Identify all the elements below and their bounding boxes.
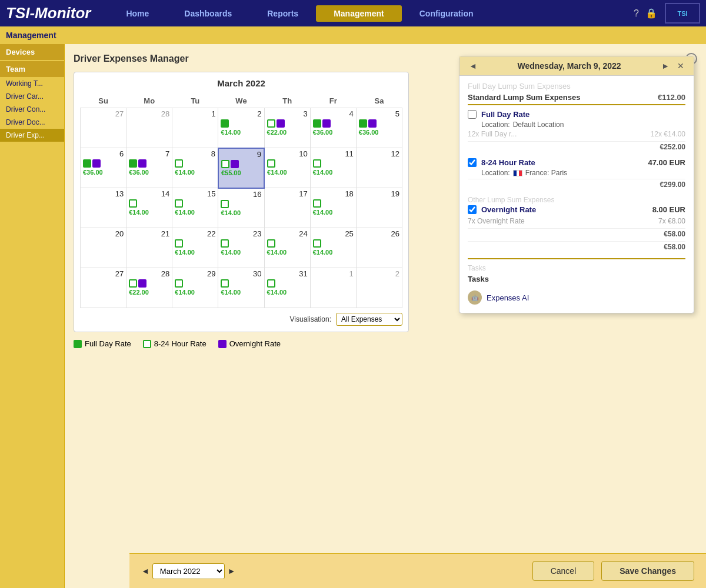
day-number: 20 (83, 229, 124, 238)
expense-value-overnight: 8.00 EUR (652, 205, 685, 214)
calendar-day-1-5[interactable]: 11€14.00 (310, 148, 356, 188)
tasks-title: Tasks (468, 275, 685, 283)
legend-label-overnight: Overnight Rate (229, 339, 281, 348)
day-icon-green-outline (313, 199, 321, 208)
popup-close-btn[interactable]: ✕ (675, 61, 687, 71)
day-number: 6 (83, 149, 124, 158)
help-icon[interactable]: ? (632, 6, 641, 21)
calendar-day-1-2[interactable]: 8€14.00 (172, 148, 218, 188)
day-icons (267, 279, 308, 288)
day-icon-green-outline (175, 199, 183, 208)
calendar-day-3-6[interactable]: 26 (356, 228, 402, 268)
calendar-day-3-4[interactable]: 24€14.00 (264, 228, 310, 268)
nav-dashboards[interactable]: Dashboards (166, 5, 249, 22)
popup-next-btn[interactable]: ► (659, 61, 672, 71)
calendar-day-3-0[interactable]: 20 (81, 228, 126, 268)
expense-checkbox-8-24[interactable] (468, 158, 477, 167)
calendar-day-4-1[interactable]: 28€22.00 (126, 268, 172, 308)
day-icon-green-outline (221, 279, 229, 288)
sidebar: Devices Team Working T... Driver Car... … (0, 44, 65, 588)
expense-checkbox-overnight[interactable] (468, 205, 477, 214)
popup-prev-btn[interactable]: ◄ (467, 61, 479, 71)
nav-home[interactable]: Home (108, 5, 166, 22)
calendar-day-0-1[interactable]: 28 (126, 108, 172, 148)
day-number: 26 (359, 229, 399, 238)
nav-configuration[interactable]: Configuration (402, 5, 491, 22)
sidebar-item-driver-con[interactable]: Driver Con... (0, 103, 64, 116)
calendar-day-3-3[interactable]: 23€14.00 (218, 228, 264, 268)
day-number: 2 (359, 269, 399, 278)
month-next-btn[interactable]: ► (228, 566, 236, 576)
calendar-day-3-1[interactable]: 21 (126, 228, 172, 268)
legend-overnight: Overnight Rate (218, 339, 281, 348)
calendar-day-4-6[interactable]: 2 (356, 268, 402, 308)
calendar-day-0-2[interactable]: 1 (172, 108, 218, 148)
calendar-day-2-0[interactable]: 13 (81, 188, 126, 228)
lock-icon[interactable]: 🔒 (644, 6, 659, 21)
calendar-day-4-4[interactable]: 31€14.00 (264, 268, 310, 308)
legend-8-24: 8-24 Hour Rate (143, 339, 207, 348)
calendar-day-2-1[interactable]: 14€14.00 (126, 188, 172, 228)
location-value-fullday: Default Location (513, 121, 564, 129)
day-icons (175, 199, 215, 208)
day-number: 2 (221, 109, 261, 118)
calendar-container: March 2022 Su Mo Tu We Th Fr Sa 272812€1… (74, 72, 409, 332)
location-label: Location: (481, 121, 510, 129)
calendar-day-3-5[interactable]: 25€14.00 (310, 228, 356, 268)
month-prev-btn[interactable]: ◄ (141, 566, 149, 576)
calendar-day-0-0[interactable]: 27 (81, 108, 126, 148)
nav-management[interactable]: Management (316, 5, 402, 22)
flag-fr-icon (513, 170, 522, 176)
calendar-day-4-5[interactable]: 1 (310, 268, 356, 308)
expense-value-8-24: 47.00 EUR (648, 158, 685, 167)
day-amount: €14.00 (175, 289, 215, 296)
sidebar-item-working-times[interactable]: Working T... (0, 77, 64, 90)
sub-total-value-overnight-2: €58.00 (664, 243, 685, 251)
expense-check-8-24: 8-24 Hour Rate 47.00 EUR (468, 158, 685, 167)
tasks-item-expenses-ai[interactable]: 🤖 Expenses AI (468, 288, 685, 307)
calendar-day-2-4[interactable]: 17 (264, 188, 310, 228)
calendar-day-0-3[interactable]: 2€14.00 (218, 108, 264, 148)
legend-label-8-24: 8-24 Hour Rate (154, 339, 207, 348)
calendar-day-4-0[interactable]: 27 (81, 268, 126, 308)
calendar-day-4-2[interactable]: 29€14.00 (172, 268, 218, 308)
cancel-button[interactable]: Cancel (532, 561, 595, 581)
calendar-day-1-0[interactable]: 6€36.00 (81, 148, 126, 188)
calendar-day-2-5[interactable]: 18€14.00 (310, 188, 356, 228)
nav-reports[interactable]: Reports (249, 5, 316, 22)
expense-row-8-24: 8-24 Hour Rate 47.00 EUR Location: Franc… (468, 158, 685, 190)
legend: Full Day Rate 8-24 Hour Rate Overnight R… (74, 339, 697, 348)
day-icons (221, 119, 261, 128)
sidebar-heading-devices[interactable]: Devices (0, 44, 64, 60)
sidebar-item-driver-car[interactable]: Driver Car... (0, 90, 64, 103)
calendar-day-0-5[interactable]: 4€36.00 (310, 108, 356, 148)
calendar-day-2-2[interactable]: 15€14.00 (172, 188, 218, 228)
day-icons (221, 279, 261, 288)
calendar-day-1-4[interactable]: 10€14.00 (264, 148, 310, 188)
day-icons (221, 160, 261, 168)
day-amount: €14.00 (313, 209, 354, 216)
sub-total-value-fullday: €252.00 (660, 143, 685, 151)
calendar-day-0-6[interactable]: 5€36.00 (356, 108, 402, 148)
calendar-day-1-1[interactable]: 7€36.00 (126, 148, 172, 188)
sidebar-item-driver-doc[interactable]: Driver Doc... (0, 116, 64, 129)
save-changes-button[interactable]: Save Changes (601, 561, 694, 581)
calendar-day-1-6[interactable]: 12 (356, 148, 402, 188)
expense-checkbox-fullday[interactable] (468, 110, 477, 119)
calendar-day-4-3[interactable]: 30€14.00 (218, 268, 264, 308)
top-nav: Home Dashboards Reports Management Confi… (108, 5, 491, 22)
sidebar-item-driver-exp[interactable]: Driver Exp... (0, 129, 64, 142)
day-icon-purple (138, 159, 146, 168)
calendar-day-0-4[interactable]: 3€22.00 (264, 108, 310, 148)
day-number: 3 (267, 109, 308, 118)
day-number: 8 (175, 149, 215, 158)
second-nav: Management (0, 26, 706, 44)
sidebar-heading-team[interactable]: Team (0, 61, 64, 77)
calendar-day-3-2[interactable]: 22€14.00 (172, 228, 218, 268)
month-select[interactable]: March 2022 February 2022 April 2022 (152, 563, 225, 579)
calendar-day-2-6[interactable]: 19 (356, 188, 402, 228)
vis-select[interactable]: All Expenses Full Day Rate 8-24 Hour Rat… (336, 313, 402, 326)
day-icon-green-outline (267, 279, 275, 288)
calendar-day-2-3[interactable]: 16€14.00 (218, 188, 264, 228)
calendar-day-1-3[interactable]: 9€55.00 (218, 148, 264, 188)
